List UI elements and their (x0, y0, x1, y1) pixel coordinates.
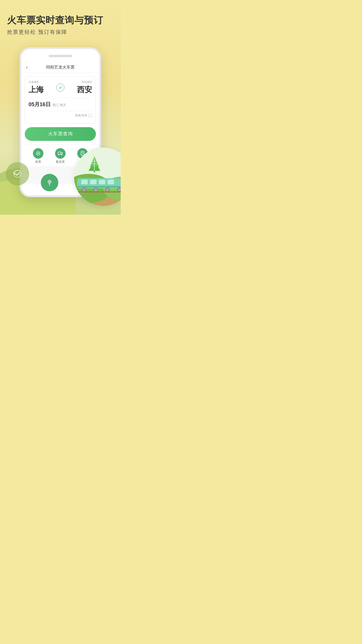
train-scene (74, 148, 121, 206)
deco-circle-mid (41, 174, 58, 191)
back-button[interactable]: ‹ (26, 64, 28, 70)
delivery-icon (55, 148, 66, 159)
deco-circle-left (6, 162, 29, 186)
svg-rect-21 (90, 180, 96, 184)
date-row[interactable]: 05月16日 周三 明天 (29, 98, 92, 111)
sub-title: 抢票更轻松 预订有保障 (7, 29, 114, 36)
svg-rect-20 (81, 180, 88, 184)
grab-ticket-label: 抢票 (35, 160, 41, 164)
swap-icon: ⇄ (59, 85, 62, 90)
city-row: 出发城市 上海 ⇄ 到达城市 西安 (29, 80, 92, 98)
filter-label: 高铁/动车 (75, 113, 87, 118)
main-title: 火车票实时查询与预订 (7, 15, 114, 26)
search-button[interactable]: 火车票查询 (25, 127, 96, 141)
grab-ticket-icon (33, 148, 43, 159)
svg-point-1 (38, 153, 39, 154)
phone-notch (49, 55, 72, 57)
svg-point-4 (61, 155, 62, 155)
from-city-value: 上海 (29, 85, 54, 95)
search-form: 出发城市 上海 ⇄ 到达城市 西安 (25, 76, 96, 124)
to-city-group[interactable]: 到达城市 西安 (67, 80, 92, 95)
swap-button[interactable]: ⇄ (56, 83, 64, 92)
svg-point-3 (59, 155, 59, 155)
from-city-label: 出发城市 (29, 80, 54, 84)
svg-point-32 (118, 188, 121, 191)
svg-rect-2 (58, 152, 61, 154)
filter-checkbox[interactable] (89, 114, 92, 117)
delivery-label: 配送票 (56, 160, 65, 164)
svg-point-30 (106, 188, 109, 191)
app-header: ‹ 同程艺龙火车票 (21, 62, 99, 73)
date-main: 05月16日 (29, 101, 51, 108)
svg-rect-23 (108, 180, 114, 184)
svg-rect-22 (99, 180, 105, 184)
app-title: 同程艺龙火车票 (46, 65, 75, 70)
train-illustration (74, 148, 121, 206)
svg-point-28 (94, 188, 97, 191)
grab-ticket-item[interactable]: 抢票 (33, 148, 43, 164)
svg-point-10 (49, 181, 50, 182)
filter-row: 高铁/动车 (29, 111, 92, 120)
date-sub: 周三 明天 (52, 103, 66, 107)
svg-rect-24 (77, 186, 121, 188)
to-city-label: 到达城市 (67, 80, 92, 84)
delivery-item[interactable]: 配送票 (55, 148, 66, 164)
to-city-value: 西安 (67, 85, 92, 95)
svg-point-26 (83, 188, 86, 191)
from-city-group[interactable]: 出发城市 上海 (29, 80, 54, 95)
date-info: 05月16日 周三 明天 (29, 101, 66, 108)
